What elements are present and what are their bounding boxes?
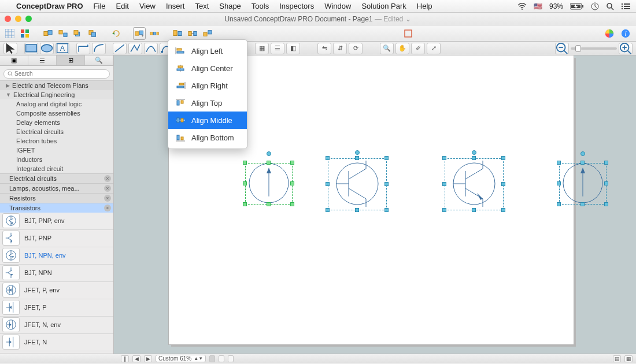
palette-icon[interactable]: [19, 27, 31, 40]
menu-edit[interactable]: Edit: [116, 2, 129, 10]
shape-list-item[interactable]: JFET, N, env: [0, 317, 113, 334]
panel-tab-2[interactable]: ☰: [28, 55, 57, 65]
send-back-icon[interactable]: [87, 27, 99, 40]
close-icon[interactable]: ×: [104, 195, 111, 202]
guides-tool[interactable]: ☰: [271, 43, 284, 54]
align-dropdown-icon[interactable]: [133, 27, 146, 40]
close-icon[interactable]: ×: [104, 175, 111, 182]
arc-tool[interactable]: [144, 43, 158, 54]
menu-align-left[interactable]: Align Left: [168, 42, 247, 60]
menu-inspectors[interactable]: Inspectors: [279, 2, 314, 10]
tree-item[interactable]: Composite assemblies: [0, 109, 113, 118]
category-electrical-circuits[interactable]: Electrical circuits ×: [0, 173, 113, 183]
snap-tool[interactable]: ▦: [255, 43, 269, 54]
line-tool[interactable]: [113, 43, 127, 54]
tree-item[interactable]: Delay elements: [0, 118, 113, 127]
app-name[interactable]: ConceptDraw PRO: [16, 2, 83, 10]
view-mode-2[interactable]: ▦: [624, 355, 633, 362]
title-chevron-icon[interactable]: ⌄: [405, 15, 411, 23]
tree-item[interactable]: Electron tubes: [0, 136, 113, 146]
connector-tool[interactable]: [76, 43, 90, 54]
canvas-shape-current-source[interactable]: [245, 159, 293, 209]
rotate-tool[interactable]: ⟳: [349, 43, 363, 54]
shape-list-item[interactable]: BJT, PNP: [0, 230, 113, 247]
page-tab-2[interactable]: [219, 355, 224, 362]
flag-icon[interactable]: 🇺🇸: [534, 2, 542, 10]
category-lamps[interactable]: Lamps, acoustics, mea... ×: [0, 183, 113, 193]
page-first-button[interactable]: ‖: [121, 355, 129, 362]
tree-header-electric-telecom[interactable]: ▶Electric and Telecom Plans: [0, 81, 113, 90]
view-mode-1[interactable]: ▤: [613, 355, 621, 362]
color-wheel-icon[interactable]: [602, 27, 616, 40]
category-resistors[interactable]: Resistors ×: [0, 193, 113, 203]
tree-item[interactable]: Inductors: [0, 155, 113, 164]
shape-list-item[interactable]: BJT, NPN: [0, 265, 113, 282]
shape-list-item[interactable]: JFET, N: [0, 334, 113, 351]
pointer-tool[interactable]: [3, 43, 17, 54]
zoom-level-selector[interactable]: Custom 61% ▲▼: [156, 355, 206, 362]
polyline-tool[interactable]: [128, 43, 142, 54]
menu-file[interactable]: File: [94, 2, 106, 10]
flip-h-tool[interactable]: ⇋: [317, 43, 331, 54]
rotate-handle[interactable]: [267, 151, 271, 156]
rotate-icon[interactable]: [110, 27, 123, 40]
info-icon[interactable]: i: [619, 27, 633, 40]
menu-align-top[interactable]: Align Top: [168, 94, 247, 112]
panel-tab-1[interactable]: ▣: [0, 55, 28, 65]
canvas-shape-bjt-1[interactable]: [328, 155, 387, 215]
align-edges-icon[interactable]: [201, 27, 214, 40]
hand-tool[interactable]: ✋: [395, 43, 409, 54]
smart-connector-tool[interactable]: [92, 43, 106, 54]
rect-tool[interactable]: [24, 43, 38, 54]
match-size-icon[interactable]: [171, 27, 184, 40]
bring-front-icon[interactable]: [72, 27, 84, 40]
crop-tool[interactable]: ⤢: [427, 43, 441, 54]
rotate-handle[interactable]: [472, 150, 476, 155]
panel-tab-grid-icon[interactable]: ⊞: [57, 55, 85, 65]
battery-icon[interactable]: [570, 3, 584, 10]
traffic-lights[interactable]: [5, 16, 32, 22]
menu-list-icon[interactable]: [621, 3, 630, 10]
close-icon[interactable]: ×: [104, 185, 111, 192]
menu-window[interactable]: Window: [324, 2, 351, 10]
menu-view[interactable]: View: [139, 2, 156, 10]
swap-icon[interactable]: [186, 27, 199, 40]
menu-align-middle[interactable]: Align Middle: [168, 112, 247, 129]
ellipse-tool[interactable]: [40, 43, 54, 54]
ungroup-icon[interactable]: [57, 27, 69, 40]
canvas-shape-current-source-2[interactable]: [559, 159, 607, 209]
zoom-out-button[interactable]: [555, 43, 569, 54]
spotlight-icon[interactable]: [606, 2, 614, 10]
minimize-window-button[interactable]: [15, 16, 21, 22]
rotate-handle[interactable]: [355, 150, 360, 155]
zoom-window-button[interactable]: [25, 16, 32, 22]
close-icon[interactable]: ×: [104, 205, 111, 211]
zoom-in-tool[interactable]: 🔍: [380, 43, 394, 54]
page-next-button[interactable]: ▶: [144, 355, 152, 362]
menu-insert[interactable]: Insert: [166, 2, 185, 10]
menu-align-bottom[interactable]: Align Bottom: [168, 129, 247, 146]
glue-tool[interactable]: ◧: [286, 43, 300, 54]
stepper-icon[interactable]: ▲▼: [194, 357, 203, 361]
tree-item[interactable]: IGFET: [0, 146, 113, 155]
tree-header-electrical-eng[interactable]: ▼Electrical Engineering: [0, 90, 113, 99]
group-icon[interactable]: [42, 27, 54, 40]
menu-tools[interactable]: Tools: [252, 2, 269, 10]
text-tool[interactable]: A: [56, 43, 69, 54]
panel-tab-search-icon[interactable]: 🔍: [85, 55, 113, 65]
tree-item[interactable]: Integrated circuit: [0, 164, 113, 173]
menu-text[interactable]: Text: [195, 2, 209, 10]
library-search-input[interactable]: [3, 69, 110, 79]
menu-align-right[interactable]: Align Right: [168, 77, 247, 94]
menu-align-center[interactable]: Align Center: [168, 60, 247, 77]
page-tab-1[interactable]: [209, 355, 215, 362]
menu-solution-park[interactable]: Solution Park: [361, 2, 406, 10]
page-tab-3[interactable]: [228, 355, 234, 362]
rotate-handle[interactable]: [580, 151, 585, 156]
zoom-in-button[interactable]: [619, 43, 633, 54]
stamp-tool[interactable]: ✐: [411, 43, 425, 54]
zoom-slider[interactable]: [571, 47, 617, 50]
shape-list-item[interactable]: JFET, P: [0, 299, 113, 317]
canvas-shape-bjt-2[interactable]: [445, 155, 504, 215]
page-prev-button[interactable]: ◀: [132, 355, 140, 362]
